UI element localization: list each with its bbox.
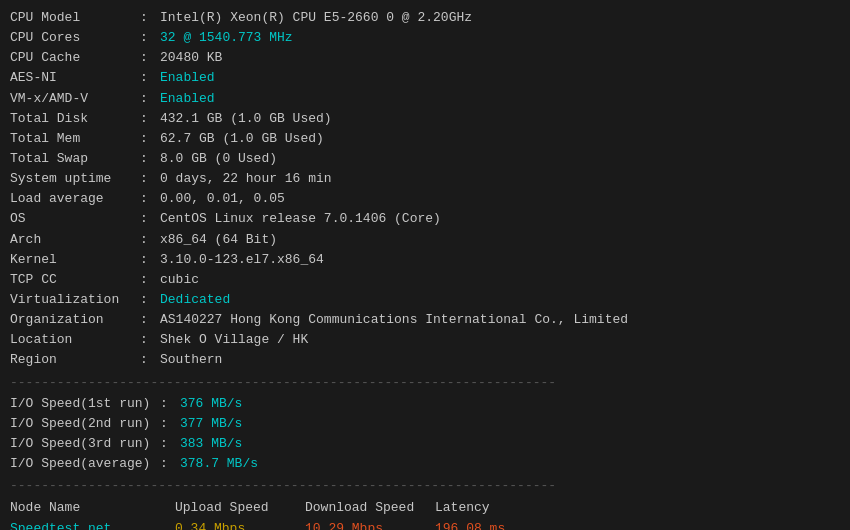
col-upload-header: Upload Speed [175, 497, 305, 519]
total-disk-label: Total Disk [10, 109, 140, 129]
network-section: Node Name Upload Speed Download Speed La… [10, 497, 840, 530]
io-speed-1st-label: I/O Speed(1st run) [10, 394, 160, 414]
system-uptime-label: System uptime [10, 169, 140, 189]
virtualization-label: Virtualization [10, 290, 140, 310]
total-mem-label: Total Mem [10, 129, 140, 149]
virtualization-row: Virtualization : Dedicated [10, 290, 840, 310]
load-average-value: 0.00, 0.01, 0.05 [160, 189, 285, 209]
location-label: Location [10, 330, 140, 350]
kernel-value: 3.10.0-123.el7.x86_64 [160, 250, 324, 270]
aes-ni-label: AES-NI [10, 68, 140, 88]
cpu-cores-row: CPU Cores : 32 @ 1540.773 MHz [10, 28, 840, 48]
col-download-header: Download Speed [305, 497, 435, 519]
organization-label: Organization [10, 310, 140, 330]
region-label: Region [10, 350, 140, 370]
io-speed-1st-value: 376 MB/s [180, 394, 242, 414]
cpu-cache-value: 20480 KB [160, 48, 222, 68]
organization-row: Organization : AS140227 Hong Kong Commun… [10, 310, 840, 330]
io-speed-avg-value: 378.7 MB/s [180, 454, 258, 474]
total-swap-value: 8.0 GB (0 Used) [160, 149, 277, 169]
total-disk-row: Total Disk : 432.1 GB (1.0 GB Used) [10, 109, 840, 129]
total-swap-row: Total Swap : 8.0 GB (0 Used) [10, 149, 840, 169]
network-node-0: Speedtest.net [10, 519, 175, 530]
cpu-model-row: CPU Model : Intel(R) Xeon(R) CPU E5-2660… [10, 8, 840, 28]
os-row: OS : CentOS Linux release 7.0.1406 (Core… [10, 209, 840, 229]
system-info: CPU Model : Intel(R) Xeon(R) CPU E5-2660… [10, 8, 840, 371]
network-table-header: Node Name Upload Speed Download Speed La… [10, 497, 840, 519]
io-speed-3rd-row: I/O Speed(3rd run) : 383 MB/s [10, 434, 840, 454]
network-upload-0: 0.34 Mbps [175, 519, 305, 530]
io-section: I/O Speed(1st run) : 376 MB/s I/O Speed(… [10, 394, 840, 475]
total-disk-value: 432.1 GB (1.0 GB Used) [160, 109, 332, 129]
region-value: Southern [160, 350, 222, 370]
network-latency-0: 196.08 ms [435, 519, 505, 530]
io-speed-2nd-row: I/O Speed(2nd run) : 377 MB/s [10, 414, 840, 434]
io-speed-avg-label: I/O Speed(average) [10, 454, 160, 474]
tcp-cc-label: TCP CC [10, 270, 140, 290]
io-speed-3rd-label: I/O Speed(3rd run) [10, 434, 160, 454]
total-mem-row: Total Mem : 62.7 GB (1.0 GB Used) [10, 129, 840, 149]
io-speed-avg-row: I/O Speed(average) : 378.7 MB/s [10, 454, 840, 474]
col-latency-header: Latency [435, 497, 490, 519]
aes-ni-value: Enabled [160, 68, 215, 88]
divider-1: ----------------------------------------… [10, 375, 840, 390]
io-speed-1st-row: I/O Speed(1st run) : 376 MB/s [10, 394, 840, 414]
network-table-body: Speedtest.net 0.34 Mbps 10.29 Mbps 196.0… [10, 519, 840, 530]
os-value: CentOS Linux release 7.0.1406 (Core) [160, 209, 441, 229]
arch-row: Arch : x86_64 (64 Bit) [10, 230, 840, 250]
cpu-model-value: Intel(R) Xeon(R) CPU E5-2660 0 @ 2.20GHz [160, 8, 472, 28]
kernel-row: Kernel : 3.10.0-123.el7.x86_64 [10, 250, 840, 270]
tcp-cc-value: cubic [160, 270, 199, 290]
kernel-label: Kernel [10, 250, 140, 270]
vm-amd-v-row: VM-x/AMD-V : Enabled [10, 89, 840, 109]
location-value: Shek O Village / HK [160, 330, 308, 350]
system-uptime-value: 0 days, 22 hour 16 min [160, 169, 332, 189]
table-row: Speedtest.net 0.34 Mbps 10.29 Mbps 196.0… [10, 519, 840, 530]
aes-ni-row: AES-NI : Enabled [10, 68, 840, 88]
cpu-cores-label: CPU Cores [10, 28, 140, 48]
arch-label: Arch [10, 230, 140, 250]
vm-amd-v-value: Enabled [160, 89, 215, 109]
cpu-model-label: CPU Model [10, 8, 140, 28]
os-label: OS [10, 209, 140, 229]
location-row: Location : Shek O Village / HK [10, 330, 840, 350]
arch-value: x86_64 (64 Bit) [160, 230, 277, 250]
load-average-label: Load average [10, 189, 140, 209]
cpu-cache-label: CPU Cache [10, 48, 140, 68]
vm-amd-v-label: VM-x/AMD-V [10, 89, 140, 109]
cpu-cache-row: CPU Cache : 20480 KB [10, 48, 840, 68]
network-download-0: 10.29 Mbps [305, 519, 435, 530]
virtualization-value: Dedicated [160, 290, 230, 310]
colon: : [140, 8, 160, 28]
system-uptime-row: System uptime : 0 days, 22 hour 16 min [10, 169, 840, 189]
io-speed-2nd-label: I/O Speed(2nd run) [10, 414, 160, 434]
organization-value: AS140227 Hong Kong Communications Intern… [160, 310, 628, 330]
cpu-cores-value: 32 @ 1540.773 MHz [160, 28, 293, 48]
load-average-row: Load average : 0.00, 0.01, 0.05 [10, 189, 840, 209]
col-node-header: Node Name [10, 497, 175, 519]
io-speed-3rd-value: 383 MB/s [180, 434, 242, 454]
io-speed-2nd-value: 377 MB/s [180, 414, 242, 434]
total-swap-label: Total Swap [10, 149, 140, 169]
divider-2: ----------------------------------------… [10, 478, 840, 493]
region-row: Region : Southern [10, 350, 840, 370]
tcp-cc-row: TCP CC : cubic [10, 270, 840, 290]
total-mem-value: 62.7 GB (1.0 GB Used) [160, 129, 324, 149]
